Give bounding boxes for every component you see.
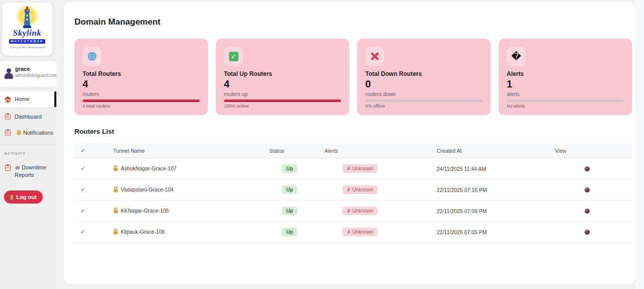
door-icon: [10, 195, 14, 200]
card-value: 0: [365, 78, 482, 89]
stat-card-total-routers: Total Routers 4 routers 4 total routers: [74, 39, 208, 115]
lock-icon: [113, 208, 118, 215]
page-title: Domain Management: [74, 17, 160, 27]
stat-card-down-routers: Total Down Routers 0 routers down 0% off…: [357, 39, 491, 115]
lock-icon: [113, 186, 118, 194]
globe-icon: [83, 47, 102, 66]
logout-label: Log out: [16, 194, 36, 200]
card-unit: routers down: [365, 91, 482, 97]
cross-icon: [365, 47, 384, 66]
tunnel-name: Vadapalani-Grace-104: [121, 186, 174, 192]
stat-cards-row: Total Routers 4 routers 4 total routers …: [74, 39, 632, 115]
stat-card-up-routers: ✓ Total Up Routers 4 routers up 100% onl…: [216, 39, 349, 115]
clipboard-icon: [5, 114, 11, 120]
card-caption: 0% offline: [365, 104, 385, 109]
user-name: grace: [15, 66, 30, 72]
sidebar-divider: [0, 145, 56, 145]
user-profile: grace admin@dnsguard.com: [0, 61, 56, 87]
stat-card-alerts: � Alerts 1 alerts No alerts: [499, 39, 632, 115]
row-checkbox[interactable]: ✓: [74, 208, 107, 214]
status-badge: Up: [282, 164, 297, 173]
column-header-view: View: [542, 148, 632, 154]
view-eye-icon[interactable]: [585, 187, 590, 192]
brand-subtitle: WATCHTOWER: [9, 39, 45, 44]
bar-chart-icon: [15, 164, 20, 171]
progress-bar: [224, 100, 341, 102]
view-eye-icon[interactable]: [585, 209, 590, 214]
table-row[interactable]: ✓ AshokNagar-Grace-107 Up ✗ Unknown 24/1…: [74, 158, 632, 179]
tunnel-name: KKNagar-Grace-105: [121, 208, 169, 214]
logout-button[interactable]: Log out: [4, 190, 43, 204]
sidebar-item-downtime-reports[interactable]: Downtime Reports: [15, 164, 54, 178]
column-header-tunnel-name: Tunnel Name: [107, 148, 263, 154]
card-unit: alerts: [507, 91, 624, 97]
progress-bar: [365, 100, 482, 102]
sidebar-section-label: ACTIVITY: [4, 151, 26, 156]
card-unit: routers: [83, 91, 200, 97]
sidebar-item-notifications[interactable]: Notifications: [0, 128, 56, 138]
status-badge: Up: [282, 185, 297, 194]
tunnel-name: AshokNagar-Grace-107: [121, 165, 177, 171]
alert-badge: ✗ Unknown: [343, 207, 377, 215]
progress-bar: [83, 100, 200, 102]
tunnel-name: Kilpauk-Grace-106: [121, 229, 165, 235]
clipboard-icon: [5, 130, 11, 136]
card-value: 4: [224, 78, 341, 89]
watchtower-icon: [22, 7, 33, 29]
card-title: Total Up Routers: [224, 70, 341, 77]
brand-name: Skylink: [2, 28, 52, 38]
sidebar-item-dashboard[interactable]: Dashboard: [0, 112, 56, 122]
home-icon: [4, 96, 12, 103]
check-icon: ✓: [224, 47, 243, 66]
card-unit: routers up: [224, 91, 341, 97]
column-header-check[interactable]: ✓: [74, 147, 107, 154]
unknown-icon: �: [507, 47, 526, 66]
sidebar-item-label: Dashboard: [15, 112, 42, 122]
card-caption: No alerts: [507, 104, 525, 109]
status-badge: Up: [282, 228, 297, 236]
card-value: 4: [83, 78, 200, 89]
sidebar: Skylink WATCHTOWER Your growth, uninterr…: [0, 0, 56, 289]
card-title: Alerts: [507, 70, 624, 77]
brand-logo: Skylink WATCHTOWER Your growth, uninterr…: [2, 3, 52, 56]
sidebar-item-label: Notifications: [23, 128, 53, 138]
alert-badge: ✗ Unknown: [343, 185, 377, 194]
column-header-created-at: Created At: [424, 148, 542, 154]
row-checkbox[interactable]: ✓: [74, 165, 107, 172]
card-value: 1: [507, 78, 624, 89]
sidebar-item-label: Home: [15, 91, 29, 107]
alert-badge: ✗ Unknown: [343, 228, 377, 236]
user-avatar-icon: [4, 68, 14, 79]
created-at: 22/11/2025 07:05 PM: [424, 229, 542, 235]
view-eye-icon[interactable]: [585, 166, 590, 171]
lock-icon: [113, 229, 118, 236]
progress-bar: [507, 100, 624, 102]
card-title: Total Routers: [83, 70, 200, 77]
card-title: Total Down Routers: [365, 70, 482, 77]
sidebar-item-home[interactable]: Home: [0, 91, 56, 107]
user-email: admin@dnsguard.com: [15, 73, 56, 78]
status-badge: Up: [282, 207, 297, 215]
row-checkbox[interactable]: ✓: [74, 229, 107, 235]
card-caption: 4 total routers: [83, 104, 110, 109]
clipboard-icon: [5, 164, 11, 172]
main-panel: Domain Management Total Routers 4 router…: [64, 2, 635, 284]
card-caption: 100% online: [224, 104, 249, 109]
row-checkbox[interactable]: ✓: [74, 186, 107, 193]
brand-tagline: Your growth, uninterrupted: [2, 46, 52, 49]
table-row[interactable]: ✓ Kilpauk-Grace-106 Up ✗ Unknown 22/11/2…: [74, 222, 632, 243]
created-at: 22/11/2025 07:09 PM: [424, 208, 542, 214]
view-eye-icon[interactable]: [585, 230, 590, 235]
table-row[interactable]: ✓ Vadapalani-Grace-104 Up ✗ Unknown 22/1…: [74, 179, 632, 201]
bell-icon: [16, 130, 22, 136]
routers-list-heading: Routers List: [74, 128, 114, 135]
column-header-alerts: Alerts: [318, 148, 424, 154]
table-header-row: ✓ Tunnel Name Status Alerts Created At V…: [74, 143, 632, 158]
created-at: 22/11/2025 07:16 PM: [424, 187, 542, 193]
active-indicator: [54, 91, 56, 107]
lock-icon: [113, 165, 118, 172]
table-row[interactable]: ✓ KKNagar-Grace-105 Up ✗ Unknown 22/11/2…: [74, 201, 632, 222]
column-header-status: Status: [263, 148, 318, 154]
alert-badge: ✗ Unknown: [343, 164, 377, 173]
page-background-strip: [635, 0, 644, 289]
